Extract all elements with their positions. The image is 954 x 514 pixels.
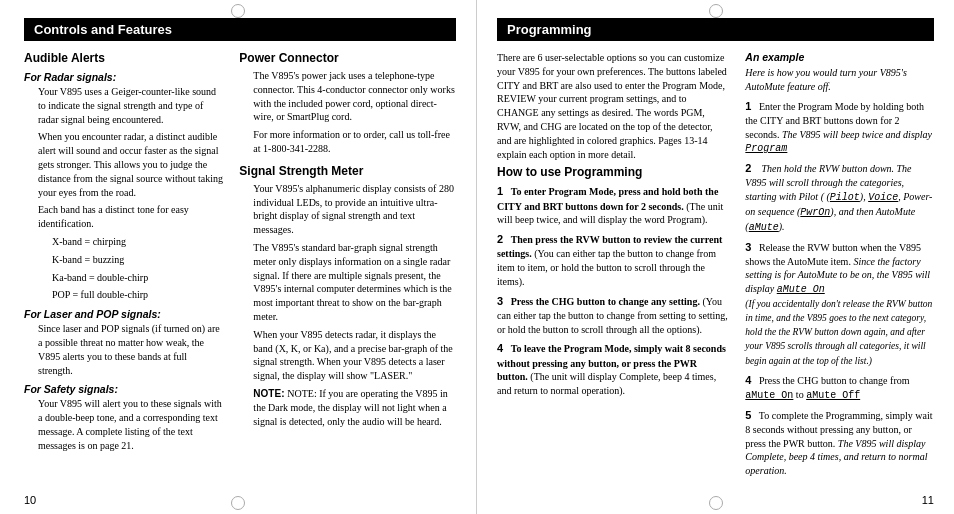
pilot-code: Pilot (830, 192, 860, 203)
ex-step-1-num: 1 (745, 100, 751, 112)
power-body1: The V895's power jack uses a telephone-t… (239, 69, 456, 124)
example-step-5: 5 To complete the Programming, simply wa… (745, 408, 934, 478)
circle-bottom-right (709, 496, 723, 510)
note-label: NOTE: (253, 388, 287, 399)
right-page-left-col: There are 6 user-selectable options so y… (497, 51, 737, 502)
left-page: Controls and Features Audible Alerts For… (0, 0, 477, 514)
page-number-right: 11 (922, 494, 934, 506)
step-3-text: Press the CHG button to change any setti… (511, 296, 700, 307)
ex-step-1-italic-text: The V895 will beep twice and display (782, 129, 932, 140)
audible-alerts-title: Audible Alerts (24, 51, 223, 65)
radar-item-3: Ka-band = double-chirp (24, 271, 223, 285)
step-2-num: 2 (497, 233, 503, 245)
step-1-num: 1 (497, 185, 503, 197)
ex-step-2-main: Then hold the RVW button down. (761, 163, 894, 174)
example-step-2: 2 Then hold the RVW button down. The V89… (745, 161, 934, 234)
example-step-3: 3 Release the RVW button when the V895 s… (745, 240, 934, 368)
pwron-code: PwrOn (800, 207, 830, 218)
ex-step-2-text: Then hold the RVW button down. The V895 … (745, 163, 932, 232)
amute-code: aMute (749, 222, 779, 233)
radar-item-1: X-band = chirping (24, 235, 223, 249)
step-3-num: 3 (497, 295, 503, 307)
voice-code: Voice (868, 192, 898, 203)
step-1: 1 To enter Program Mode, press and hold … (497, 184, 729, 227)
example-intro: Here is how you would turn your V895's A… (745, 66, 934, 94)
circle-top-left (231, 4, 245, 18)
circle-bottom-left (231, 496, 245, 510)
ex-step-4-text: Press the CHG button to change from (759, 375, 910, 386)
example-title: An example (745, 51, 934, 63)
ex-step-4-text2: to (796, 389, 804, 400)
ex-step-3-sub: (If you accidentally don't release the R… (745, 299, 932, 365)
laser-pop-body: Since laser and POP signals (if turned o… (24, 322, 223, 377)
ex-step-4-code1: aMute On (745, 390, 793, 401)
right-page-right-col: An example Here is how you would turn yo… (737, 51, 934, 502)
radar-body3: Each band has a distinct tone for easy i… (24, 203, 223, 231)
right-page: Programming There are 6 user-selectable … (477, 0, 954, 514)
power-body2: For more information or to order, call u… (239, 128, 456, 156)
signal-body3: When your V895 detects radar, it display… (239, 328, 456, 383)
radar-signals-subtitle: For Radar signals: (24, 71, 223, 83)
step-4: 4 To leave the Program Mode, simply wait… (497, 341, 729, 398)
ex-step-1-code: Program (745, 143, 787, 154)
right-header: Programming (497, 18, 934, 41)
example-step-1: 1 Enter the Program Mode by holding both… (745, 99, 934, 157)
circle-top-right (709, 4, 723, 18)
signal-body1: Your V895's alphanumeric display consist… (239, 182, 456, 237)
left-col-audible: Audible Alerts For Radar signals: Your V… (24, 51, 231, 502)
step-2: 2 Then press the RVW button to review th… (497, 232, 729, 289)
left-header: Controls and Features (24, 18, 456, 41)
step-4-num: 4 (497, 342, 503, 354)
ex-step-2-num: 2 (745, 162, 751, 174)
power-connector-title: Power Connector (239, 51, 456, 65)
programming-intro: There are 6 user-selectable options so y… (497, 51, 729, 161)
ex-step-4-code2: aMute Off (806, 390, 860, 401)
signal-body2: The V895's standard bar-graph signal str… (239, 241, 456, 324)
page-number-left: 10 (24, 494, 36, 506)
radar-item-4: POP = full double-chirp (24, 288, 223, 302)
ex-step-5-num: 5 (745, 409, 751, 421)
ex-step-3-num: 3 (745, 241, 751, 253)
right-col-power: Power Connector The V895's power jack us… (231, 51, 456, 502)
example-step-4: 4 Press the CHG button to change from aM… (745, 373, 934, 403)
safety-body: Your V895 will alert you to these signal… (24, 397, 223, 452)
step-3: 3 Press the CHG button to change any set… (497, 294, 729, 337)
radar-body1: Your V895 uses a Geiger-counter-like sou… (24, 85, 223, 126)
radar-item-2: K-band = buzzing (24, 253, 223, 267)
signal-note: NOTE: NOTE: If you are operating the V89… (239, 387, 456, 428)
ex-step-3-code: aMute On (777, 284, 825, 295)
safety-subtitle: For Safety signals: (24, 383, 223, 395)
laser-pop-subtitle: For Laser and POP signals: (24, 308, 223, 320)
radar-body2: When you encounter radar, a distinct aud… (24, 130, 223, 199)
signal-strength-title: Signal Strength Meter (239, 164, 456, 178)
step-4-detail: (The unit will display Complete, beep 4 … (497, 371, 716, 396)
how-to-title: How to use Programming (497, 165, 729, 179)
ex-step-4-num: 4 (745, 374, 751, 386)
